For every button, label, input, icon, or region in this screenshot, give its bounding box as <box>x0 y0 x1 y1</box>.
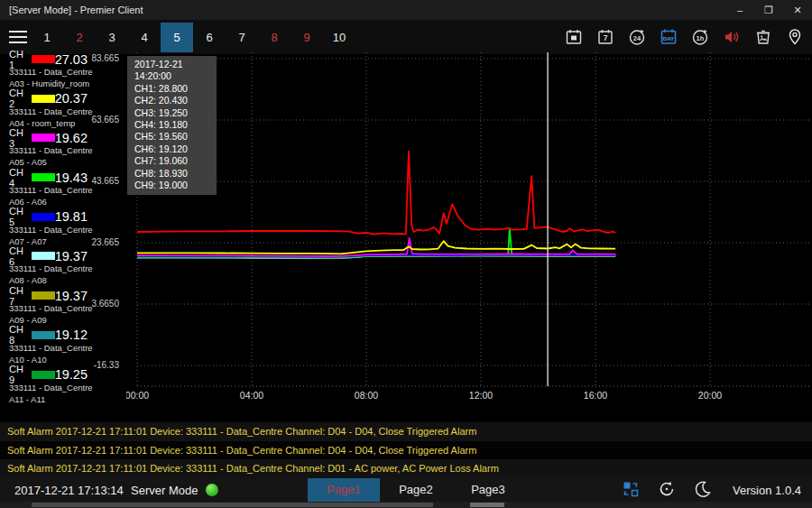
page-tab-strip: 12345678910 <box>31 20 355 54</box>
alarm-row[interactable]: Soft Alarm 2017-12-21 17:11:01 Device: 3… <box>0 459 812 478</box>
server-mode-label: Server Mode <box>131 484 198 497</box>
channel-header: CH 919.25 <box>9 368 92 382</box>
x-axis-tick-label: 20:00 <box>698 390 722 401</box>
channel-device: 333111 - Data_Centre <box>9 263 92 274</box>
channel-value: 19.62 <box>55 131 88 145</box>
toolbar-tab-9[interactable]: 9 <box>291 23 323 52</box>
channel-item-9[interactable]: CH 919.25333111 - Data_CentreA11 - A11 <box>0 366 92 406</box>
tooltip-reading: CH7: 19.060 <box>134 155 217 167</box>
channel-item-3[interactable]: CH 319.62333111 - Data_CentreA05 - A05 <box>0 129 92 169</box>
toolbar-tab-4[interactable]: 4 <box>128 23 161 52</box>
channel-item-1[interactable]: CH 127.03333111 - Data_CentreA03 - Humid… <box>0 51 92 90</box>
channel-item-5[interactable]: CH 519.81333111 - Data_CentreA07 - A07 <box>0 208 92 248</box>
scrollbar-segment[interactable] <box>470 503 504 507</box>
channel-device: 333111 - Data_Centre <box>9 342 92 354</box>
channel-header: CH 719.37 <box>9 289 92 302</box>
channel-item-2[interactable]: CH 220.37333111 - Data_CentreA04 - room_… <box>0 90 92 130</box>
channel-device: 333111 - Data_Centre <box>9 144 92 156</box>
1-hour-icon[interactable]: 1h <box>684 20 715 54</box>
status-bar: 2017-12-21 17:13:14 Server Mode Page1Pag… <box>0 478 812 502</box>
toolbar-tab-3[interactable]: 3 <box>96 23 128 52</box>
toolbar-tab-2[interactable]: 2 <box>63 23 96 52</box>
page-layout-icon[interactable] <box>621 479 641 502</box>
svg-text:7: 7 <box>603 33 607 42</box>
status-timestamp: 2017-12-21 17:13:14 <box>14 484 124 497</box>
channel-color-swatch <box>32 134 55 142</box>
svg-text:24: 24 <box>632 34 641 42</box>
status-tab-page1[interactable]: Page1 <box>308 478 380 502</box>
window-title: [Server Mode] - Premier Client <box>0 5 725 15</box>
channel-color-swatch <box>32 95 55 103</box>
channel-color-swatch <box>32 331 55 339</box>
y-axis-tick-label: 43.665 <box>81 176 119 186</box>
y-axis-tick-label: 23.665 <box>81 237 119 247</box>
restore-button[interactable]: ❐ <box>754 0 783 20</box>
toolbar-tab-5[interactable]: 5 <box>161 23 193 52</box>
toolbar-tab-7[interactable]: 7 <box>226 23 258 52</box>
status-tab-page3[interactable]: Page3 <box>452 478 524 502</box>
toolbar-tab-1[interactable]: 1 <box>31 23 63 52</box>
x-axis-tick-label: 12:00 <box>469 390 493 401</box>
image-export-icon[interactable] <box>747 20 779 54</box>
night-mode-icon[interactable] <box>693 479 713 502</box>
horizontal-scrollbar[interactable] <box>0 502 812 508</box>
y-axis-tick-label: 3.6650 <box>81 299 119 309</box>
channel-item-6[interactable]: CH 619.37333111 - Data_CentreA08 - A08 <box>0 247 92 287</box>
version-label: Version 1.0.4 <box>733 484 801 497</box>
status-page-tabs: Page1Page2Page3 <box>308 478 524 502</box>
24-hour-icon[interactable]: 24 <box>621 20 652 54</box>
day-view-icon[interactable]: DAY <box>652 20 684 54</box>
alarm-sound-icon[interactable] <box>715 20 747 54</box>
channel-value: 19.81 <box>55 209 88 224</box>
channel-color-swatch <box>32 371 55 379</box>
svg-text:DAY: DAY <box>662 35 674 42</box>
channel-color-swatch <box>32 173 55 181</box>
channel-header: CH 619.37 <box>9 249 92 263</box>
connection-status-indicator <box>206 484 218 496</box>
channel-header: CH 419.43 <box>9 171 92 184</box>
main-toolbar: 12345678910 7 <box>0 20 812 54</box>
tooltip-reading: CH2: 20.430 <box>134 95 217 106</box>
x-axis-tick-label: 04:00 <box>240 390 263 401</box>
x-axis-tick-label: 16:00 <box>584 390 607 401</box>
svg-text:1h: 1h <box>696 34 704 42</box>
alarm-row[interactable]: Soft Alarm 2017-12-21 17:11:01 Device: 3… <box>0 441 812 460</box>
x-axis-tick-label: 08:00 <box>355 390 378 401</box>
channel-item-7[interactable]: CH 719.37333111 - Data_CentreA09 - A09 <box>0 287 92 327</box>
toolbar-tab-6[interactable]: 6 <box>193 23 226 52</box>
channel-color-swatch <box>32 213 55 221</box>
trend-chart[interactable]: 00:0004:0008:0012:0016:0020:00 <box>126 52 812 413</box>
channel-point: A11 - A11 <box>9 393 92 405</box>
channel-color-swatch <box>32 252 55 260</box>
trend-chart-svg[interactable]: 00:0004:0008:0012:0016:0020:00 <box>126 52 812 413</box>
channel-device: 333111 - Data_Centre <box>9 106 92 117</box>
tooltip-reading: CH8: 18.930 <box>134 168 217 180</box>
channel-sidebar: CH 127.03333111 - Data_CentreA03 - Humid… <box>0 51 92 405</box>
toolbar-tab-10[interactable]: 10 <box>323 23 355 52</box>
close-button[interactable]: ✕ <box>783 0 812 20</box>
series-ch2 <box>137 241 615 254</box>
toolbar-tab-8[interactable]: 8 <box>258 23 291 52</box>
tooltip-reading: CH5: 19.560 <box>134 131 217 143</box>
calendar-report-icon[interactable] <box>558 20 589 54</box>
calendar-week-icon[interactable]: 7 <box>589 20 621 54</box>
channel-item-4[interactable]: CH 419.43333111 - Data_CentreA06 - A06 <box>0 169 92 208</box>
channel-value: 20.37 <box>55 91 88 106</box>
alarm-row[interactable]: Soft Alarm 2017-12-21 17:11:01 Device: 3… <box>0 422 812 441</box>
channel-header: CH 220.37 <box>9 92 92 106</box>
sync-icon[interactable] <box>657 479 677 502</box>
channel-item-8[interactable]: CH 819.12333111 - Data_CentreA10 - A10 <box>0 327 92 366</box>
channel-header: CH 127.03 <box>9 52 92 66</box>
title-bar: [Server Mode] - Premier Client –❐✕ <box>0 0 812 20</box>
scrollbar-thumb[interactable] <box>32 503 433 507</box>
y-axis-tick-label: -16.33 <box>81 360 119 370</box>
minimize-button[interactable]: – <box>725 0 754 20</box>
location-icon[interactable] <box>779 20 810 54</box>
channel-device: 333111 - Data_Centre <box>9 184 92 196</box>
app-window: [Server Mode] - Premier Client –❐✕ 12345… <box>0 0 812 508</box>
channel-device: 333111 - Data_Centre <box>9 66 92 78</box>
cursor-tooltip: 2017-12-21 14:20:00 CH1: 28.800CH2: 20.4… <box>127 56 217 195</box>
status-tab-page2[interactable]: Page2 <box>380 478 452 502</box>
tooltip-reading: CH9: 19.000 <box>134 180 217 191</box>
toolbar-icon-group: 7 24 DAY <box>558 20 812 54</box>
